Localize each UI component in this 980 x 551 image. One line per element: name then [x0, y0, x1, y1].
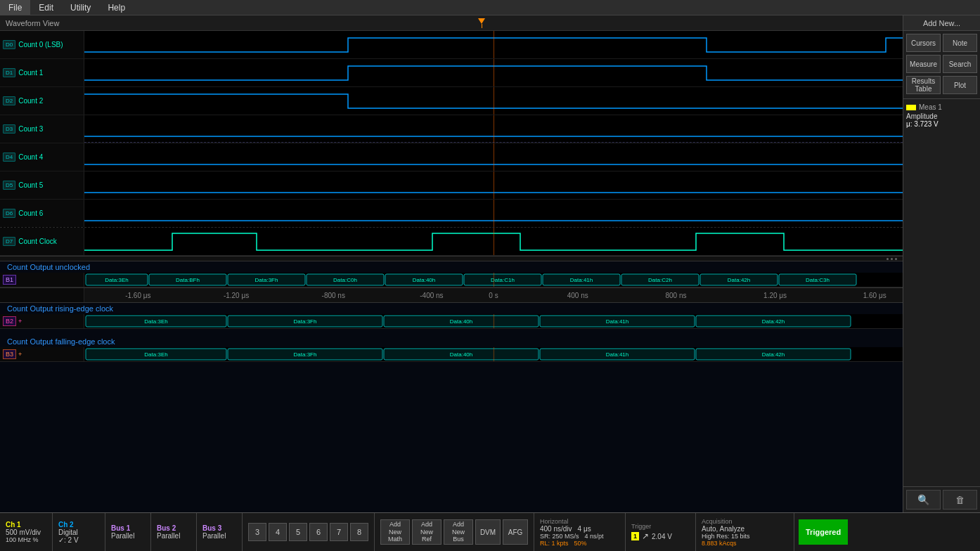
svg-text:Data:40h: Data:40h	[450, 351, 472, 358]
add-new-label: Add New...	[903, 15, 980, 31]
svg-text:Data:BFh: Data:BFh	[176, 277, 200, 283]
results-table-button[interactable]: Results Table	[906, 76, 941, 94]
bus1-info[interactable]: Bus 1 Parallel	[105, 513, 151, 551]
b3-waveform: Data:3Eh Data:3Fh Data:40h Data:41h Data…	[84, 347, 903, 361]
d4-label: Count 4	[18, 153, 43, 161]
bus3-info[interactable]: Bus 3 Parallel	[197, 513, 243, 551]
channel-row-d4: D4 Count 4	[0, 143, 903, 171]
acquisition-info: Acquisition Auto, Analyze High Res: 15 b…	[696, 513, 794, 551]
svg-text:Data:3Fh: Data:3Fh	[255, 277, 278, 283]
trigger-value: 2.04 V	[652, 533, 672, 540]
d5-waveform	[84, 171, 903, 199]
delete-button[interactable]: 🗑	[943, 490, 977, 510]
num-btn-5[interactable]: 5	[289, 523, 307, 541]
svg-text:Data:3Fh: Data:3Fh	[294, 318, 317, 325]
h-time-total: 4 μs	[578, 525, 591, 533]
time-label-5: 400 ns	[567, 292, 588, 299]
afg-button[interactable]: AFG	[503, 519, 528, 545]
ch1-label: Ch 1	[6, 521, 46, 529]
channel-row-d0: D0 Count 0 (LSB)	[0, 31, 903, 59]
ch2-type: Digital	[58, 529, 99, 536]
d6-label: Count 6	[18, 209, 43, 217]
menu-edit[interactable]: Edit	[30, 0, 62, 15]
cursors-button[interactable]: Cursors	[906, 34, 941, 52]
meas-type: Amplitude	[906, 112, 977, 120]
svg-text:Data:40h: Data:40h	[413, 277, 435, 283]
triggered-button[interactable]: Triggered	[799, 519, 848, 545]
channel-row-d5: D5 Count 5	[0, 171, 903, 200]
d5-badge: D5	[3, 181, 15, 190]
time-label-2: -800 ns	[322, 292, 345, 299]
bus-section-2: Count Output rising-edge clock B2 + Data…	[0, 303, 903, 329]
ch1-info[interactable]: Ch 1 500 mV/div 100 MHz %	[0, 513, 53, 551]
bus3-value: Parallel	[202, 532, 236, 540]
channel-row-d7: D7 Count Clock	[0, 228, 903, 256]
bus2-info[interactable]: Bus 2 Parallel	[151, 513, 197, 551]
num-btn-3[interactable]: 3	[248, 523, 266, 541]
menu-file[interactable]: File	[0, 0, 30, 15]
time-label-0: -1.60 μs	[125, 292, 150, 299]
svg-text:Data:3Eh: Data:3Eh	[144, 318, 167, 325]
d3-waveform	[84, 115, 903, 143]
h-sr: SR: 250 MS/s	[540, 533, 579, 540]
d3-label: Count 3	[18, 125, 43, 133]
svg-text:Data:42h: Data:42h	[762, 318, 785, 325]
menu-help[interactable]: Help	[99, 0, 134, 15]
add-new-math-button[interactable]: Add New Math	[380, 519, 410, 545]
num-btn-7[interactable]: 7	[330, 523, 348, 541]
search-button[interactable]: Search	[943, 55, 977, 73]
bus3-label: Bus 3	[202, 524, 236, 532]
svg-text:Data:C2h: Data:C2h	[648, 277, 672, 283]
add-new-bus-button[interactable]: Add New Bus	[444, 519, 473, 545]
ch2-value: ✓: 2 V	[58, 536, 99, 544]
d7-waveform	[84, 228, 903, 255]
meas-section: Meas 1 Amplitude μ: 3.723 V	[903, 101, 980, 131]
d1-label: Count 1	[18, 69, 43, 77]
measure-button[interactable]: Measure	[906, 55, 941, 73]
d0-waveform	[84, 31, 903, 58]
time-label-6: 800 ns	[665, 292, 686, 299]
channel-row-d1: D1 Count 1	[0, 59, 903, 87]
time-label-4: 0 s	[489, 292, 498, 299]
bus3-title: Count Output falling-edge clock	[0, 336, 903, 347]
svg-text:Data:41h: Data:41h	[570, 277, 593, 283]
time-axis: -1.60 μs -1.20 μs -800 ns -400 ns 0 s 40…	[0, 287, 903, 303]
bus-section-3: Count Output falling-edge clock B3 + Dat…	[0, 336, 903, 362]
h-rl: RL: 1 kpts	[540, 540, 569, 547]
waveform-title: Waveform View	[0, 15, 903, 31]
time-label-3: -400 ns	[420, 292, 443, 299]
svg-text:Data:41h: Data:41h	[606, 318, 628, 325]
bus2-title: Count Output rising-edge clock	[0, 303, 903, 314]
panel-divider[interactable]	[886, 258, 903, 260]
note-button[interactable]: Note	[943, 34, 977, 52]
meas-value: μ: 3.723 V	[906, 120, 977, 128]
d0-label: Count 0 (LSB)	[18, 41, 63, 48]
acq-detail2: 8.883 kAcqs	[702, 540, 788, 547]
ch2-info[interactable]: Ch 2 Digital ✓: 2 V	[53, 513, 105, 551]
svg-text:Data:42h: Data:42h	[728, 277, 750, 283]
h-ns-pt: 4 ns/pt	[585, 533, 604, 540]
plot-button[interactable]: Plot	[943, 76, 977, 94]
b3-badge: B3	[3, 349, 16, 359]
menu-utility[interactable]: Utility	[62, 0, 99, 15]
d4-badge: D4	[3, 153, 15, 162]
d2-badge: D2	[3, 96, 15, 105]
acq-label: Acquisition	[702, 518, 788, 525]
num-btn-6[interactable]: 6	[309, 523, 328, 541]
ch1-freq: 100 MHz %	[6, 536, 46, 543]
dvm-button[interactable]: DVM	[475, 519, 501, 545]
d5-label: Count 5	[18, 181, 43, 189]
trigger-info: Trigger 1 ↗ 2.04 V	[626, 513, 696, 551]
zoom-out-button[interactable]: 🔍	[906, 490, 941, 510]
num-btn-4[interactable]: 4	[269, 523, 287, 541]
svg-text:Data:41h: Data:41h	[606, 351, 628, 358]
trigger-label: Trigger	[631, 523, 690, 530]
menu-bar: File Edit Utility Help	[0, 0, 980, 15]
num-btn-8[interactable]: 8	[350, 523, 368, 541]
meas-label: Meas 1	[919, 103, 942, 111]
d2-label: Count 2	[18, 97, 43, 105]
right-panel: Add New... Cursors Note Measure Search R…	[903, 15, 980, 512]
add-new-ref-button[interactable]: Add New Ref	[412, 519, 441, 545]
d1-badge: D1	[3, 68, 15, 77]
ch1-value: 500 mV/div	[6, 529, 46, 536]
